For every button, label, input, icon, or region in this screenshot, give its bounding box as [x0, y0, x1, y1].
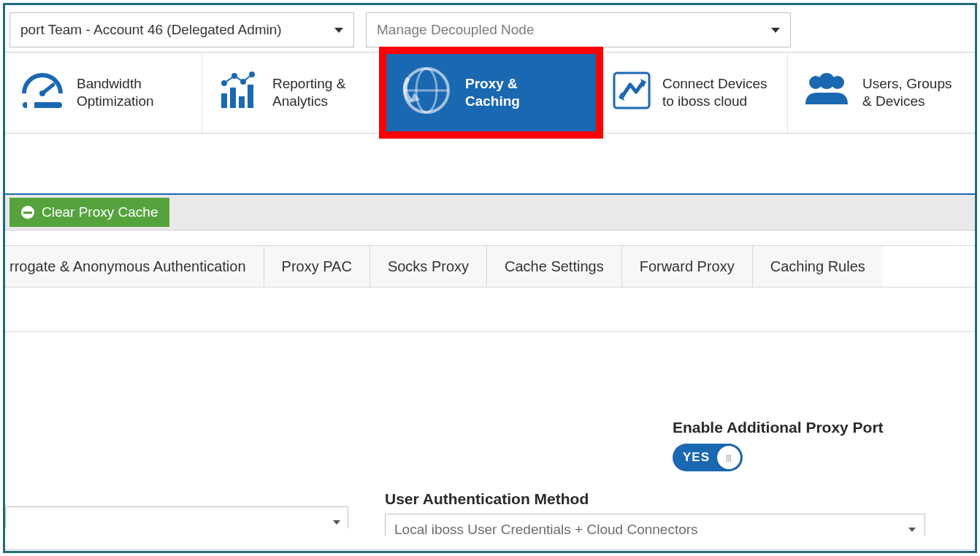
divider	[5, 331, 975, 332]
minus-circle-icon	[21, 206, 34, 219]
nav-label: Bandwidth Optimization	[77, 75, 186, 110]
tab-caching-rules[interactable]: Caching Rules	[753, 246, 883, 287]
nav-proxy-active[interactable]: Proxy & Caching	[385, 53, 598, 133]
users-icon	[801, 71, 852, 115]
chevron-down-icon	[333, 520, 340, 525]
tab-socks-proxy[interactable]: Socks Proxy	[370, 246, 487, 287]
svg-rect-6	[239, 96, 245, 108]
tab-label: Proxy PAC	[282, 258, 352, 275]
enable-additional-port-toggle[interactable]: YES |||	[673, 444, 743, 471]
tab-label: Cache Settings	[505, 258, 604, 275]
tab-surrogate-auth[interactable]: rrogate & Anonymous Authentication	[5, 246, 264, 287]
chevron-down-icon	[334, 28, 343, 33]
spacer	[5, 134, 975, 195]
chevron-down-icon	[908, 528, 916, 532]
nav-label: Proxy & Caching	[465, 75, 575, 110]
node-select[interactable]: Manage Decoupled Node	[366, 12, 791, 47]
analytics-icon	[215, 69, 262, 117]
nav-reporting[interactable]: Reporting & Analytics	[202, 53, 385, 133]
connect-icon	[611, 70, 652, 115]
nav-label: Connect Devices to iboss cloud	[662, 75, 772, 110]
toggle-state-text: YES	[683, 450, 710, 465]
nav-label: Reporting & Analytics	[272, 75, 372, 110]
account-select[interactable]: port Team - Account 46 (Delegated Admin)	[9, 12, 354, 47]
left-select-clipped	[5, 506, 348, 528]
tab-label: Socks Proxy	[388, 258, 469, 275]
svg-rect-3	[27, 101, 34, 109]
toggle-knob: |||	[717, 446, 740, 469]
chevron-down-icon	[771, 28, 780, 33]
auth-method-select[interactable]: Local iboss User Credentials + Cloud Con…	[385, 514, 925, 536]
svg-line-1	[42, 85, 53, 93]
nav-connect[interactable]: Connect Devices to iboss cloud	[598, 53, 788, 133]
svg-rect-5	[230, 88, 236, 108]
svg-rect-7	[248, 85, 253, 108]
settings-panel: Enable Additional Proxy Port YES ||| Use…	[5, 287, 975, 550]
tab-label: Forward Proxy	[640, 258, 735, 275]
selector-row: port Team - Account 46 (Delegated Admin)…	[5, 5, 975, 52]
sub-tabs: rrogate & Anonymous Authentication Proxy…	[5, 245, 975, 287]
tab-forward-proxy[interactable]: Forward Proxy	[622, 246, 753, 287]
toggle-label: Enable Additional Proxy Port	[673, 419, 884, 436]
enable-additional-port-group: Enable Additional Proxy Port YES |||	[673, 419, 884, 471]
svg-rect-16	[614, 73, 649, 108]
nav-bandwidth[interactable]: Bandwidth Optimization	[5, 53, 202, 133]
tab-cache-settings[interactable]: Cache Settings	[487, 246, 622, 287]
gauge-icon	[18, 69, 66, 117]
svg-rect-4	[221, 93, 227, 108]
tab-label: rrogate & Anonymous Authentication	[9, 258, 246, 275]
action-bar: Clear Proxy Cache	[5, 195, 975, 231]
nav-label: Users, Groups & Devices	[862, 75, 962, 110]
nav-tiles: Bandwidth Optimization Reporting & Analy…	[5, 52, 975, 134]
auth-method-label: User Authentication Method	[385, 490, 925, 508]
auth-method-value: Local iboss User Credentials + Cloud Con…	[394, 522, 698, 536]
tab-label: Caching Rules	[770, 258, 865, 275]
globe-arrow-icon	[398, 62, 455, 123]
auth-method-group: User Authentication Method Local iboss U…	[385, 490, 925, 536]
nav-users[interactable]: Users, Groups & Devices	[788, 53, 975, 133]
tab-proxy-pac[interactable]: Proxy PAC	[264, 246, 370, 287]
node-select-value: Manage Decoupled Node	[377, 22, 535, 38]
left-select[interactable]	[5, 506, 348, 528]
app-frame: port Team - Account 46 (Delegated Admin)…	[3, 3, 977, 553]
clear-proxy-cache-button[interactable]: Clear Proxy Cache	[9, 198, 169, 227]
button-label: Clear Proxy Cache	[42, 204, 158, 220]
account-select-value: port Team - Account 46 (Delegated Admin)	[20, 22, 282, 38]
svg-point-21	[819, 73, 835, 89]
